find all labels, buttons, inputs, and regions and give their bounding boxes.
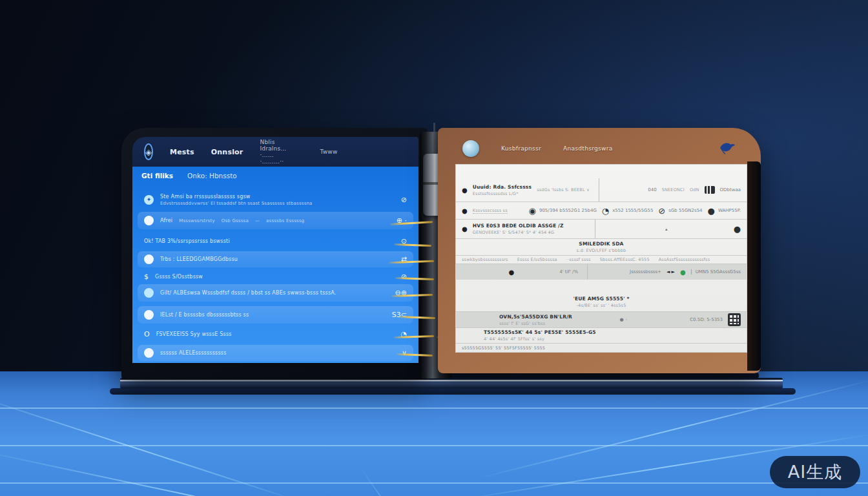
table-row[interactable]: T5555555s5K' 44 5s' PE55E' 5555E5-G5 4' …	[455, 327, 747, 343]
user-icon	[144, 216, 154, 225]
list-item[interactable]: Ok! TAB 3%/ssrspssrsss bswssti ⊙	[138, 234, 413, 248]
pair-text: 905/394 b5552G1 25b4G	[539, 208, 597, 213]
globe-logo-icon[interactable]	[462, 140, 479, 157]
right-nav-item-2[interactable]: Anasdthsrgswra	[563, 145, 612, 152]
dollar-icon: $	[144, 273, 149, 281]
bullet-icon	[144, 310, 154, 320]
qr-code-icon[interactable]	[728, 313, 741, 326]
table-row[interactable]: ● Kssvssscssss ss ◉ 905/394 b5552G1 25b4…	[455, 202, 747, 219]
cell-stat: 4' tif' /%	[559, 269, 578, 274]
table-row[interactable]: OVN,5s'5A55DXG BN'LR/R ssss' f' E' ssG' …	[455, 311, 747, 327]
device-base-lower	[110, 388, 796, 395]
green-status-dot: ●	[680, 269, 686, 276]
cloud-icon: ✦	[144, 195, 154, 205]
cell-subtitle: 4' 44' 4s5s' 4f' 5Ffss' s' ssy	[484, 336, 596, 342]
list-item[interactable]: O FSVEXEEISS Syy wsssE Ssss ◔	[138, 327, 413, 341]
table-row[interactable]: 'EUE AM5G S5555' * -4s/BE' ss' ss' ' 4ss…	[455, 292, 747, 311]
table-row[interactable]: ● HVS E0S3 BEDE OLDIB ASSGE /Z GENOVEEKE…	[455, 219, 747, 238]
left-nav-item-3[interactable]: Nblis Idralns…·……·………··	[260, 139, 286, 165]
table-row[interactable]: SMILEDDIK SDA s.d: EVD/LFEF s'bbbbb	[455, 238, 747, 255]
cell-title: HVS E0S3 BEDE OLDIB ASSGE /Z	[473, 223, 564, 229]
bullet-icon: ●	[462, 207, 468, 214]
list-item-seg: assssbs Esssssg	[266, 218, 304, 223]
list-item[interactable]: ✦ Ste Amsi ba rrsssusslasssss sgsw Edvst…	[138, 189, 413, 211]
cell-subtitle: Esstssfossssdss L/G*	[473, 191, 532, 196]
left-nav-item-right[interactable]: Twww	[320, 149, 338, 155]
cell-stat: SNEEONCI	[662, 187, 685, 192]
pair-text: x552 1555/55G55	[612, 208, 653, 213]
col-header: Sbsss.AffEEsssC. 4555	[600, 257, 650, 262]
tag-icon: ●	[462, 225, 468, 232]
cell-subtitle: s.d: EVD/LFEF s'bbbbb	[577, 248, 626, 253]
code-text: C0.5D: 5-5353	[690, 317, 723, 322]
wheel-icon: ◉	[529, 206, 536, 216]
pin-icon: ●	[462, 187, 468, 194]
list-item-seg: Osb Gssssa	[222, 218, 249, 223]
list-item[interactable]: ssssss ALELEsssssssssss ∨	[138, 345, 413, 361]
arrow-icons: ◄ ►	[666, 269, 675, 274]
col-header: sswkbysbsssssssssrs	[462, 257, 508, 262]
list-item-title: IELst / E bssssbs dbssssssbtss ss	[160, 312, 249, 318]
cell-stat: ODbtwaa	[720, 187, 741, 192]
list-item-seg: Mssswssrstrsty	[179, 218, 214, 223]
bullet-icon	[144, 288, 154, 298]
ring-icon: O	[144, 330, 150, 338]
list-item[interactable]: Gilt/ ALBEswsa Wsssbdfsf dssss / bbst ss…	[138, 284, 413, 302]
cell-title: Uuuid: Rda. Ssfcssss	[473, 184, 532, 190]
bird-icon[interactable]	[717, 140, 736, 157]
cell-stat: UMN5 S5GAsssG5ss	[691, 269, 741, 274]
marker-icon: ▴	[665, 227, 668, 232]
cell-label: Kssvssscssss ss	[473, 208, 508, 214]
list-item[interactable]: Trbs : LLEEDGGAMBGGdbssu ⇄	[138, 251, 413, 267]
table-row[interactable]: ● 4' tif' /% Jssssssbssss+ ◄ ► ● UMN5 S5…	[455, 264, 747, 280]
left-nav-item-2[interactable]: Onnslor	[211, 148, 243, 156]
list-item-title: Ste Amsi ba rrsssusslasssss sgsw	[160, 194, 313, 200]
list-item-seg: Afrei	[160, 218, 172, 223]
status-icon[interactable]: ⊘	[401, 196, 407, 204]
left-tab-bar: Gti filiks Onko: Hbnssto	[141, 172, 237, 180]
left-app-logo-icon[interactable]: ◈	[144, 143, 153, 160]
cell-stat: Jssssssbssss+	[630, 269, 661, 274]
tab-inactive[interactable]: Onko: Hbnssto	[187, 172, 237, 180]
list-item-title: ssssss ALELEsssssssssss	[160, 350, 227, 356]
list-item-title: Gilt/ ALBEswsa Wsssbdfsf dssss / bbst ss…	[160, 290, 336, 296]
blob-icon: ●	[734, 224, 741, 234]
cell-subtitle: ssss' f' E' ssG' ss'bss	[499, 321, 572, 326]
right-device-edge-bezel	[747, 161, 761, 371]
list-item[interactable]: $ Gssss S/Osstbssw ⊘	[138, 270, 413, 284]
left-top-navbar: ◈ Mests Onnslor Nblis Idralns…·……·………·· …	[132, 137, 418, 167]
right-top-navbar: Kusbfrapnssr Anasdthsrgswra	[451, 134, 748, 163]
list-item-title: Ok! TAB 3%/ssrspssrsss bswssti	[144, 238, 230, 244]
data-table: ● Uuuid: Rda. Ssfcssss Esstssfossssdss L…	[455, 164, 747, 353]
card-chip-icon	[705, 186, 715, 194]
left-nav-item-1[interactable]: Mests	[170, 148, 194, 156]
list-item-seg: —	[255, 218, 260, 223]
col-header: Essss E/ssSbssssa	[517, 257, 557, 262]
cell-subtitle: -4s/BE' ss' ss' ' 4ss5s5	[577, 303, 626, 308]
right-nav-item-1[interactable]: Kusbfrapnssr	[501, 145, 541, 152]
watermark-label: AI生成	[788, 460, 842, 484]
table-row[interactable]: ● Uuuid: Rda. Ssfcssss Esstssfossssdss L…	[455, 178, 747, 202]
list-item-title: Trbs : LLEEDGGAMBGGdbssu	[160, 256, 238, 262]
cell-stat: 040	[648, 187, 656, 192]
toggle-icons: ● ◦	[619, 317, 627, 322]
table-row[interactable]: s55555G5555' 55' 55F5F55555' 5555	[455, 343, 747, 353]
cell-stat: OdN	[690, 187, 699, 192]
cell-mid: ssdGs 'lssbs S: BEEBL ∨	[537, 187, 590, 192]
tab-active[interactable]: Gti filiks	[141, 172, 173, 180]
clock-icon: ◔	[602, 206, 609, 216]
left-device-bezel: ◈ Mests Onnslor Nblis Idralns…·……·………·· …	[121, 128, 428, 380]
slashed-circle-icon: ⊘	[658, 206, 665, 216]
list-item[interactable]: Afrei Mssswssrstrsty Osb Gssssa — assssb…	[138, 212, 413, 229]
pair-text: sGb 55GN2s54	[668, 208, 702, 213]
list-item-title: Gssss S/Osstbssw	[155, 274, 203, 280]
cell-title: T5555555s5K' 44 5s' PE55E' 5555E5-G5	[484, 329, 596, 335]
list-item[interactable]: IELst / E bssssbs dbssssssbtss ss S3⊂	[138, 306, 413, 324]
right-device-page: Kusbfrapnssr Anasdthsrgswra ● Uuuid: Rda…	[438, 128, 761, 373]
bullet-icon	[144, 348, 154, 358]
bullet-icon	[144, 254, 154, 264]
left-screen-content: Gti filiks Onko: Hbnssto ✦ Ste Amsi ba r…	[132, 167, 418, 363]
ai-generated-watermark: AI生成	[770, 456, 860, 488]
cell-title: 'EUE AM5G S5555' *	[573, 296, 629, 302]
col-header: ··ssssf ssss	[566, 257, 591, 262]
